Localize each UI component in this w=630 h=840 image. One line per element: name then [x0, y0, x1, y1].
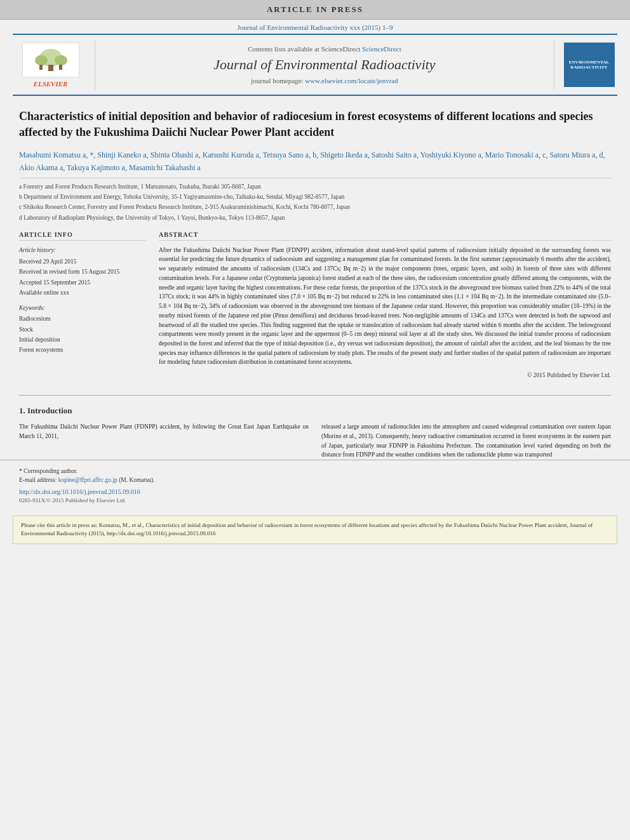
- available-date: Available online xxx: [19, 288, 146, 297]
- issn-line: 0265-931X/© 2015 Published by Elsevier L…: [19, 497, 611, 505]
- section-title: Introduction: [27, 406, 72, 415]
- article-info-column: ARTICLE INFO Article history: Received 2…: [19, 231, 146, 378]
- accepted-date: Accepted 15 September 2015: [19, 278, 146, 287]
- elsevier-image: [22, 43, 79, 77]
- article-title: Characteristics of initial deposition an…: [19, 109, 611, 140]
- abstract-header: ABSTRACT: [159, 231, 611, 241]
- affiliation-b: b Department of Environment and Energy, …: [19, 192, 611, 201]
- journal-logo-box: ENVIRONMENTAL RADIOACTIVITY: [564, 43, 615, 87]
- received-date: Received 29 April 2015: [19, 257, 146, 266]
- abstract-column: ABSTRACT After the Fukushima Daiichi Nuc…: [159, 231, 611, 378]
- revised-date: Received in revised form 15 August 2015: [19, 267, 146, 276]
- keyword-2: Stock: [19, 325, 146, 334]
- affiliations: a Forestry and Forest Products Research …: [19, 178, 611, 222]
- keyword-1: Radiocesium: [19, 314, 146, 323]
- aip-banner: ARTICLE IN PRESS: [0, 0, 630, 20]
- svg-rect-6: [59, 65, 62, 70]
- doi-text[interactable]: http://dx.doi.org/10.1016/j.jenvrad.2015…: [19, 488, 140, 495]
- authors: Masabumi Komatsu a, *, Shinji Kaneko a, …: [19, 149, 611, 173]
- journal-logo-right: ENVIRONMENTAL RADIOACTIVITY: [554, 40, 617, 90]
- affiliation-d: d Laboratory of Radioplant Physiology, t…: [19, 213, 611, 222]
- introduction-section: 1. Introduction The Fukushima Daiichi Nu…: [0, 406, 630, 460]
- email-link[interactable]: kopine@ffpri.affrc.go.jp: [58, 477, 117, 483]
- journal-reference: Journal of Environmental Radioactivity x…: [0, 20, 630, 34]
- intro-title: 1. Introduction: [19, 406, 611, 416]
- intro-two-col: The Fukushima Daiichi Nuclear Power Plan…: [19, 422, 611, 460]
- intro-text-right: released a large amount of radionuclides…: [321, 422, 611, 460]
- keywords-label: Keywords:: [19, 303, 146, 312]
- svg-rect-2: [48, 65, 53, 71]
- journal-ref-text: Journal of Environmental Radioactivity x…: [237, 23, 392, 31]
- article-content: Characteristics of initial deposition an…: [0, 96, 630, 385]
- homepage-url[interactable]: www.elsevier.com/locate/jenvrad: [305, 77, 398, 84]
- journal-center: Contents lists available at ScienceDirec…: [95, 40, 554, 90]
- email-line: E-mail address: kopine@ffpri.affrc.go.jp…: [19, 476, 611, 484]
- svg-rect-4: [39, 65, 43, 70]
- doi-line[interactable]: http://dx.doi.org/10.1016/j.jenvrad.2015…: [19, 487, 611, 497]
- footnotes: * Corresponding author. E-mail address: …: [0, 460, 630, 509]
- info-abstract-section: ARTICLE INFO Article history: Received 2…: [19, 231, 611, 378]
- affiliation-a: a Forestry and Forest Products Research …: [19, 182, 611, 191]
- corresponding-text: * Corresponding author.: [19, 468, 77, 474]
- citation-text: Please cite this article in press as: Ko…: [21, 522, 593, 537]
- citation-box: Please cite this article in press as: Ko…: [13, 516, 617, 544]
- sciencedirect-text: Contents lists available at ScienceDirec…: [248, 45, 360, 53]
- corresponding-author: * Corresponding author.: [19, 467, 611, 476]
- homepage-label: journal homepage:: [251, 77, 303, 84]
- email-suffix: (M. Komatsu).: [119, 477, 154, 483]
- history-label: Article history:: [19, 246, 146, 255]
- intro-col-right: released a large amount of radionuclides…: [321, 422, 611, 460]
- abstract-text: After the Fukushima Daiichi Nuclear Powe…: [159, 246, 611, 367]
- affiliation-c: c Shikoku Research Center, Forestry and …: [19, 203, 611, 211]
- elsevier-logo: ELSEVIER: [13, 40, 95, 90]
- elsevier-label: ELSEVIER: [34, 80, 68, 88]
- keyword-4: Forest ecosystems: [19, 345, 146, 354]
- journal-homepage: journal homepage: www.elsevier.com/locat…: [108, 77, 541, 84]
- sciencedirect-link[interactable]: ScienceDirect: [362, 45, 401, 53]
- copyright-line: © 2015 Published by Elsevier Ltd.: [159, 372, 611, 378]
- keyword-3: Initial deposition: [19, 335, 146, 344]
- section-number: 1.: [19, 406, 27, 415]
- journal-title: Journal of Environmental Radioactivity: [108, 57, 541, 73]
- sciencedirect-line: Contents lists available at ScienceDirec…: [108, 45, 541, 53]
- article-info-block: Article history: Received 29 April 2015 …: [19, 246, 146, 355]
- svg-point-5: [55, 55, 67, 65]
- intro-text-left: The Fukushima Daiichi Nuclear Power Plan…: [19, 422, 309, 441]
- section-divider-1: [19, 395, 611, 396]
- article-info-header: ARTICLE INFO: [19, 231, 146, 241]
- email-label: E-mail address:: [19, 477, 57, 483]
- svg-point-3: [35, 55, 48, 65]
- aip-banner-text: ARTICLE IN PRESS: [267, 4, 363, 14]
- logo-box-text: ENVIRONMENTAL RADIOACTIVITY: [566, 60, 612, 70]
- journal-header: ELSEVIER Contents lists available at Sci…: [13, 34, 617, 96]
- intro-col-left: The Fukushima Daiichi Nuclear Power Plan…: [19, 422, 309, 460]
